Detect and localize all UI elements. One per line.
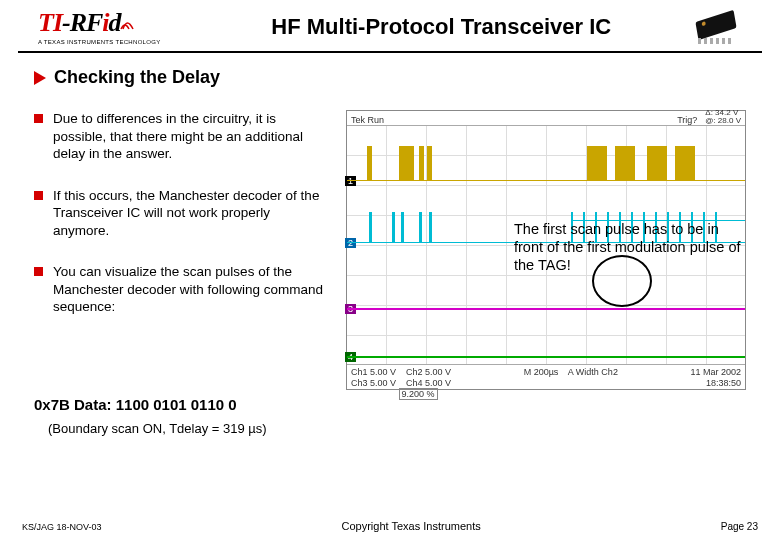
footer-left: KS/JAG 18-NOV-03 bbox=[22, 522, 102, 532]
slide-title: HF Multi-Protocol Transceiver IC bbox=[190, 14, 692, 40]
scope-trig-label: Trig? bbox=[677, 115, 697, 125]
list-item: Due to differences in the circuitry, it … bbox=[34, 110, 328, 163]
slide-header: TI -RFid A TEXAS INSTRUMENTS TECHNOLOGY … bbox=[18, 0, 762, 53]
scope-time: 18:38:50 bbox=[706, 378, 741, 388]
logo-ti-text: TI bbox=[38, 8, 62, 38]
command-note: (Boundary scan ON, Tdelay = 319 µs) bbox=[48, 421, 746, 436]
triangle-bullet-icon bbox=[34, 71, 46, 85]
scope-run-label: Tek Run bbox=[351, 115, 384, 125]
slide-footer: KS/JAG 18-NOV-03 Copyright Texas Instrum… bbox=[0, 520, 780, 532]
scope-ch4-scale: Ch4 5.00 V bbox=[406, 378, 451, 388]
square-bullet-icon bbox=[34, 191, 43, 200]
scope-position: 9.200 % bbox=[399, 388, 438, 400]
footer-copyright: Copyright Texas Instruments bbox=[342, 520, 481, 532]
bullet-text: You can visualize the scan pulses of the… bbox=[53, 263, 328, 316]
bullet-column: Due to differences in the circuitry, it … bbox=[34, 110, 328, 390]
section-heading: Checking the Delay bbox=[34, 67, 746, 88]
scope-column: Tek Run Trig? Δ: 34.2 V @: 28.0 V 1 bbox=[328, 110, 746, 390]
ti-rfid-logo: TI -RFid A TEXAS INSTRUMENTS TECHNOLOGY bbox=[38, 8, 160, 45]
rfid-waves-icon bbox=[119, 17, 137, 31]
scope-trigger: A Width Ch2 bbox=[568, 367, 618, 377]
bullet-text: If this occurs, the Manchester decoder o… bbox=[53, 187, 328, 240]
scope-ch3-scale: Ch3 5.00 V bbox=[351, 378, 396, 388]
scope-ch2-marker: 2 bbox=[345, 238, 356, 248]
scope-timebase: M 200µs bbox=[524, 367, 559, 377]
scope-cursor-at: @: 28.0 V bbox=[705, 117, 741, 125]
square-bullet-icon bbox=[34, 267, 43, 276]
logo-subtitle: A TEXAS INSTRUMENTS TECHNOLOGY bbox=[38, 39, 160, 45]
slide-content: Checking the Delay Due to differences in… bbox=[0, 53, 780, 436]
scope-ch1-marker: 1 bbox=[345, 176, 356, 186]
square-bullet-icon bbox=[34, 114, 43, 123]
list-item: If this occurs, the Manchester decoder o… bbox=[34, 187, 328, 240]
chip-icon bbox=[692, 12, 742, 42]
section-heading-text: Checking the Delay bbox=[54, 67, 220, 88]
logo-rfid-text: -RFid bbox=[62, 8, 121, 38]
bullet-text: Due to differences in the circuitry, it … bbox=[53, 110, 328, 163]
list-item: You can visualize the scan pulses of the… bbox=[34, 263, 328, 316]
scope-ch2-scale: Ch2 5.00 V bbox=[406, 367, 451, 377]
scope-date: 11 Mar 2002 bbox=[690, 367, 741, 377]
scope-readout-row: Ch1 5.00 V Ch2 5.00 V Ch3 5.00 V Ch4 5.0… bbox=[347, 365, 745, 401]
annotation-circle-icon bbox=[592, 255, 652, 307]
scope-ch1-scale: Ch1 5.00 V bbox=[351, 367, 396, 377]
footer-page-number: Page 23 bbox=[721, 521, 758, 532]
